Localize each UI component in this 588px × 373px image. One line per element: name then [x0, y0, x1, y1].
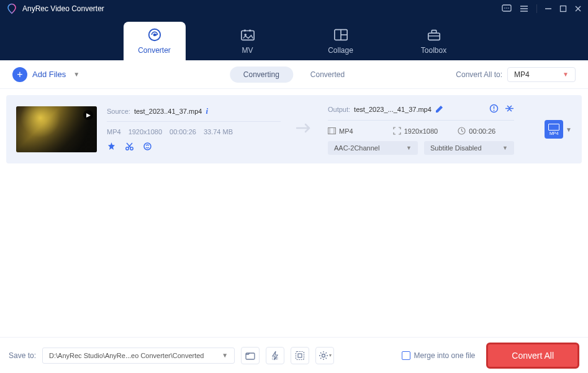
svg-point-28	[144, 143, 151, 150]
play-icon: ▶	[83, 110, 93, 120]
save-to-label: Save to:	[9, 351, 36, 360]
svg-rect-21	[428, 33, 439, 40]
output-format: MP4	[339, 127, 353, 135]
app-logo-icon	[6, 3, 17, 14]
open-folder-button[interactable]	[241, 347, 260, 364]
subbar: + Add Files ▼ Converting Converted Conve…	[0, 60, 588, 89]
tab-mv[interactable]: MV	[217, 22, 279, 60]
svg-rect-22	[432, 30, 436, 34]
app-title: AnyRec Video Converter	[22, 4, 104, 13]
cut-icon[interactable]	[125, 142, 134, 153]
tab-label: Converter	[138, 46, 171, 55]
svg-point-43	[322, 354, 325, 357]
chevron-down-icon: ▼	[73, 71, 79, 78]
add-files-label: Add Files	[32, 70, 66, 79]
tab-converted[interactable]: Converted	[297, 67, 358, 83]
source-filename: test_2023..41_37.mp4	[134, 108, 202, 115]
target-format-select[interactable]: MP4 ▼	[507, 67, 576, 82]
save-path-select[interactable]: D:\AnyRec Studio\AnyRe...eo Converter\Co…	[42, 348, 235, 364]
svg-rect-14	[241, 31, 253, 40]
task-schedule-button[interactable]	[291, 347, 309, 364]
source-size: 33.74 MB	[204, 128, 233, 136]
output-duration: 00:00:26	[469, 127, 495, 135]
video-thumbnail[interactable]: ▶	[16, 106, 97, 152]
add-files-button[interactable]: + Add Files ▼	[12, 67, 79, 82]
maximize-icon[interactable]	[559, 5, 567, 12]
checkbox-icon	[402, 351, 410, 360]
source-resolution: 1920x1080	[129, 128, 162, 136]
metadata-icon[interactable]	[489, 104, 499, 115]
svg-text:OFF: OFF	[272, 357, 278, 361]
chevron-down-icon: ▼	[566, 126, 572, 133]
edit-icon[interactable]	[107, 142, 116, 153]
target-format-value: MP4	[514, 70, 530, 79]
output-filename: test_2023_..._41_37.mp4	[354, 106, 432, 113]
compress-icon[interactable]	[505, 104, 514, 115]
info-icon[interactable]: i	[206, 106, 208, 116]
converter-icon	[147, 27, 162, 42]
mv-icon	[240, 27, 255, 42]
svg-point-1	[504, 7, 505, 9]
svg-rect-8	[561, 6, 566, 11]
chevron-down-icon: ▼	[563, 71, 569, 78]
tab-label: Toolbox	[421, 46, 446, 55]
window-controls	[502, 4, 582, 13]
output-format-button[interactable]: MP4 ▼	[545, 120, 572, 139]
convert-all-to-label: Convert All to:	[456, 70, 502, 79]
merge-label: Merge into one file	[414, 351, 476, 360]
audio-value: AAC-2Channel	[334, 144, 379, 152]
bottombar: Save to: D:\AnyRec Studio\AnyRe...eo Con…	[0, 337, 588, 373]
settings-button[interactable]: ▾	[315, 347, 334, 364]
tab-converting[interactable]: Converting	[230, 67, 293, 83]
arrow-right-icon	[296, 122, 313, 137]
file-item: ▶ Source: test_2023..41_37.mp4 i MP4 192…	[6, 95, 582, 163]
tab-toolbox[interactable]: Toolbox	[403, 22, 465, 60]
tab-label: MV	[242, 46, 253, 55]
svg-line-38	[462, 131, 464, 132]
toolbox-icon	[427, 27, 441, 42]
format-badge-icon: MP4	[545, 120, 563, 139]
convert-all-button[interactable]: Convert All	[486, 343, 579, 369]
convert-all-to: Convert All to: MP4 ▼	[456, 67, 576, 82]
edit-name-icon[interactable]	[435, 105, 443, 114]
subtitle-value: Subtitle Disabled	[430, 144, 482, 152]
svg-point-2	[506, 7, 507, 9]
svg-point-3	[508, 7, 509, 9]
format-badge-text: MP4	[550, 131, 558, 136]
save-path-value: D:\AnyRec Studio\AnyRe...eo Converter\Co…	[49, 352, 204, 359]
close-icon[interactable]	[574, 5, 582, 12]
chevron-down-icon: ▼	[406, 145, 412, 151]
output-label: Output:	[328, 106, 350, 113]
menu-icon[interactable]	[519, 4, 529, 13]
minimize-icon[interactable]	[545, 5, 552, 12]
collage-icon	[333, 27, 348, 42]
source-duration: 00:00:26	[170, 128, 196, 136]
audio-select[interactable]: AAC-2Channel ▼	[328, 141, 418, 155]
output-info: Output: test_2023_..._41_37.mp4 MP4 1920…	[328, 104, 514, 155]
chevron-down-icon: ▼	[502, 145, 508, 151]
svg-point-31	[494, 110, 495, 111]
svg-point-13	[153, 34, 156, 37]
svg-rect-42	[298, 354, 302, 357]
chevron-down-icon: ▼	[222, 352, 228, 359]
chevron-down-icon: ▾	[329, 352, 332, 358]
tab-converter[interactable]: Converter	[124, 22, 186, 60]
tab-collage[interactable]: Collage	[310, 22, 372, 60]
plus-icon: +	[12, 67, 27, 82]
tab-label: Collage	[328, 46, 353, 55]
source-format: MP4	[107, 128, 121, 136]
subtitle-select[interactable]: Subtitle Disabled ▼	[424, 141, 514, 155]
enhance-icon[interactable]	[143, 142, 152, 153]
source-info: Source: test_2023..41_37.mp4 i MP4 1920x…	[107, 106, 281, 153]
hardware-accel-button[interactable]: OFF	[266, 347, 284, 364]
sub-tabs: Converting Converted	[230, 67, 358, 83]
svg-rect-33	[328, 128, 336, 134]
svg-rect-41	[296, 351, 304, 359]
merge-checkbox[interactable]: Merge into one file	[402, 351, 476, 360]
source-label: Source:	[107, 108, 130, 115]
work-area: ▶ Source: test_2023..41_37.mp4 i MP4 192…	[0, 95, 588, 163]
output-resolution: 1920x1080	[404, 127, 438, 135]
main-nav: Converter MV Collage Toolbox	[0, 17, 588, 60]
feedback-icon[interactable]	[502, 4, 512, 13]
titlebar: AnyRec Video Converter	[0, 0, 588, 17]
